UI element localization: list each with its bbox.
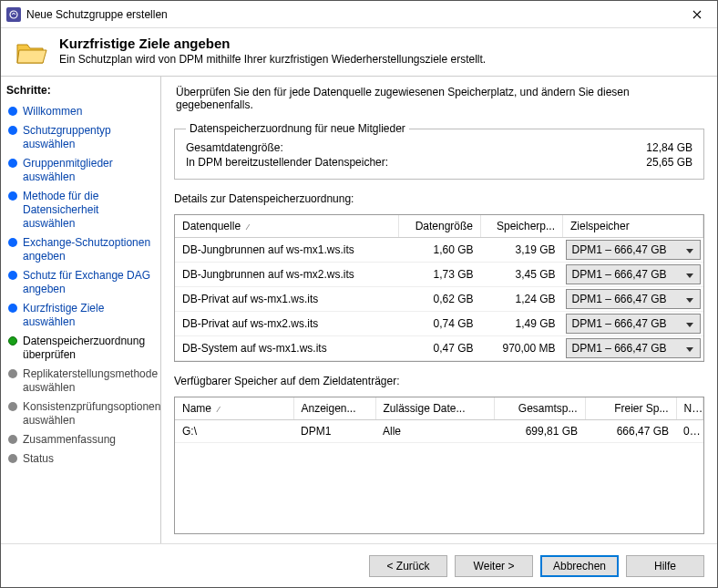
avail-table-wrap[interactable]: Name ∕ Anzeigen... Zulässige Date... Ges… [174,397,704,534]
step-label: Schutzgruppentyp auswählen [23,124,153,151]
details-table-scroll[interactable]: Datenquelle ∕ Datengröße Speicherp... Zi… [175,215,703,361]
table-row[interactable]: DB-Privat auf ws-mx1.ws.its0,62 GB1,24 G… [175,287,703,312]
provision-value: 25,65 GB [646,156,692,169]
target-storage-dropdown[interactable]: DPM1 – 666,47 GB [566,240,701,260]
table-row[interactable]: DB-Jungbrunnen auf ws-mx2.ws.its1,73 GB3… [175,263,703,287]
step-bullet-icon [8,454,17,463]
step-link[interactable]: Willkommen [23,105,82,118]
close-button[interactable] [676,1,717,28]
step-item[interactable]: Exchange-Schutzoptionen angeben [6,233,155,266]
steps-list: WillkommenSchutzgruppentyp auswählenGrup… [6,102,155,469]
wizard-content: Überprüfen Sie den für jede Datenquelle … [161,77,717,543]
step-label: Gruppenmitglieder auswählen [23,157,153,184]
cancel-button[interactable]: Abbrechen [540,555,619,577]
cell-source: DB-Jungbrunnen auf ws-mx1.ws.its [175,238,399,263]
step-item[interactable]: Kurzfristige Ziele auswählen [6,299,155,332]
col-source[interactable]: Datenquelle ∕ [175,215,399,238]
step-link[interactable]: Kurzfristige Ziele auswählen [23,302,104,328]
steps-sidebar: Schritte: WillkommenSchutzgruppentyp aus… [1,77,161,543]
target-storage-dropdown[interactable]: DPM1 – 666,47 GB [566,289,701,309]
step-item: Datenspeicherzuordnung überprüfen [6,332,155,365]
folder-icon [15,37,48,67]
total-size-label: Gesamtdatengröße: [186,141,283,154]
wizard-body: Schritte: WillkommenSchutzgruppentyp aus… [1,76,717,543]
sort-asc-icon: ∕ [218,405,220,414]
step-item[interactable]: Willkommen [6,102,155,121]
cell-data-size: 0,47 GB [399,336,481,361]
step-label: Methode für die Datensicherheit auswähle… [23,190,153,231]
cell-source: DB-Privat auf ws-mx2.ws.its [175,312,399,336]
table-row[interactable]: DB-System auf ws-mx1.ws.its0,47 GB970,00… [175,336,703,361]
col-target[interactable]: Zielspeicher [563,215,703,238]
wizard-header: Kurzfristige Ziele angeben Ein Schutzpla… [1,28,717,76]
cell-target: DPM1 – 666,47 GB [563,263,703,287]
col2-total[interactable]: Gesamtsp... [494,397,585,420]
dropdown-label: DPM1 – 666,47 GB [572,243,680,256]
cell-data-size: 1,60 GB [399,238,481,263]
cell-insuff: 0 KB [676,420,703,443]
target-storage-dropdown[interactable]: DPM1 – 666,47 GB [566,314,701,334]
chevron-down-icon [683,243,696,256]
step-item[interactable]: Schutz für Exchange DAG angeben [6,266,155,299]
step-label: Zusammenfassung [23,433,116,447]
col-space[interactable]: Speicherp... [481,215,563,238]
table-row[interactable]: DB-Jungbrunnen auf ws-mx1.ws.its1,60 GB3… [175,238,703,263]
col2-name-label: Name [182,402,211,415]
step-item[interactable]: Gruppenmitglieder auswählen [6,154,155,187]
step-link[interactable]: Exchange-Schutzoptionen angeben [23,236,150,263]
help-button[interactable]: Hilfe [626,555,704,577]
step-item[interactable]: Methode für die Datensicherheit auswähle… [6,187,155,233]
step-label: Konsistenzprüfungsoptionen auswählen [23,400,160,428]
cell-space: 3,19 GB [481,238,563,263]
step-item[interactable]: Schutzgruppentyp auswählen [6,121,155,154]
wizard-window: Neue Schutzgruppe erstellen Kurzfristige… [0,0,718,588]
cell-source: DB-Privat auf ws-mx1.ws.its [175,287,399,312]
total-size-value: 12,84 GB [646,141,692,154]
step-bullet-icon [8,369,17,378]
dropdown-label: DPM1 – 666,47 GB [572,317,680,330]
step-label: Exchange-Schutzoptionen angeben [23,236,153,263]
sort-asc-icon: ∕ [247,222,249,232]
col2-insuff[interactable]: Nicht gen... [676,397,703,420]
step-link[interactable]: Gruppenmitglieder auswählen [23,157,113,183]
page-title: Kurzfristige Ziele angeben [59,36,486,51]
table-row[interactable]: G:\DPM1Alle699,81 GB666,47 GB0 KB [175,420,703,443]
col2-free[interactable]: Freier Sp... [585,397,676,420]
steps-heading: Schritte: [6,82,155,102]
col-source-label: Datenquelle [182,220,241,232]
next-button[interactable]: Weiter > [455,555,533,577]
step-link[interactable]: Schutz für Exchange DAG angeben [23,269,150,295]
step-item: Konsistenzprüfungsoptionen auswählen [6,397,155,430]
target-storage-dropdown[interactable]: DPM1 – 666,47 GB [566,264,701,284]
target-storage-dropdown[interactable]: DPM1 – 666,47 GB [566,338,701,358]
cell-target: DPM1 – 666,47 GB [563,238,703,263]
avail-section-label: Verfügbarer Speicher auf dem Zieldatentr… [174,371,704,387]
cell-space: 970,00 MB [481,336,563,361]
back-button[interactable]: < Zurück [369,555,447,577]
col2-display[interactable]: Anzeigen... [293,397,375,420]
step-bullet-icon [8,159,17,168]
step-label: Status [23,452,54,466]
cell-space: 1,24 GB [481,287,563,312]
cell-allowed: Alle [375,420,494,443]
details-table: Datenquelle ∕ Datengröße Speicherp... Zi… [175,215,703,361]
app-icon [6,7,21,22]
wizard-footer: < Zurück Weiter > Abbrechen Hilfe [1,543,717,587]
details-section-label: Details zur Datenspeicherzuordnung: [174,189,704,205]
cell-target: DPM1 – 666,47 GB [563,336,703,361]
step-label: Replikaterstellungsmethode auswählen [23,367,158,395]
step-bullet-icon [8,435,17,444]
allocation-group: Datenspeicherzuordnung für neue Mitglied… [174,122,704,180]
close-icon [692,10,702,19]
cell-target: DPM1 – 666,47 GB [563,287,703,312]
col2-allowed[interactable]: Zulässige Date... [375,397,494,420]
step-link[interactable]: Schutzgruppentyp auswählen [23,124,111,150]
page-subtitle: Ein Schutzplan wird von DPM mithilfe Ihr… [59,53,486,66]
col-data-size[interactable]: Datengröße [399,215,481,238]
table-row[interactable]: DB-Privat auf ws-mx2.ws.its0,74 GB1,49 G… [175,312,703,336]
step-link[interactable]: Methode für die Datensicherheit auswähle… [23,190,98,230]
dropdown-label: DPM1 – 666,47 GB [572,268,680,281]
step-bullet-icon [8,191,17,201]
col2-name[interactable]: Name ∕ [175,397,293,420]
step-bullet-icon [8,402,17,411]
